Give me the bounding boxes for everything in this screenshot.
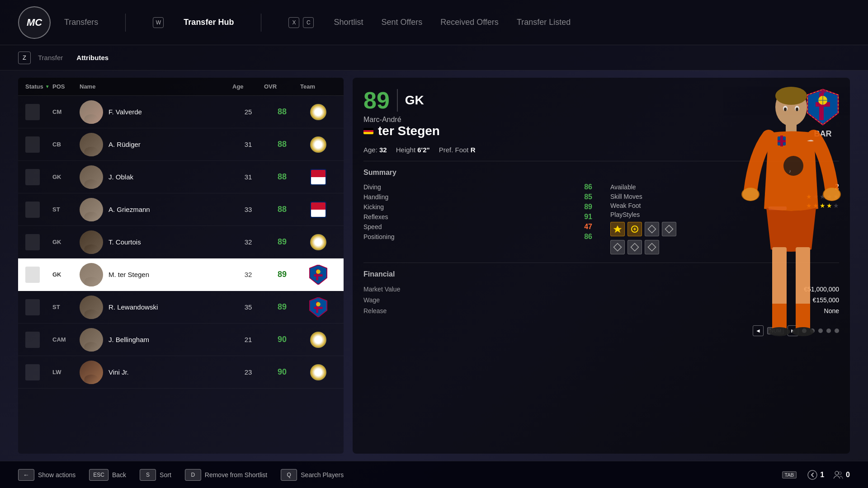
svg-point-20 (792, 327, 814, 336)
svg-rect-44 (614, 244, 622, 251)
status-icon-4 (25, 202, 40, 218)
action-remove-shortlist[interactable]: D Remove from Shortlist (185, 469, 267, 481)
name-cell-vini: Vini Jr. (80, 361, 232, 384)
nav-sent-offers[interactable]: Sent Offers (381, 18, 422, 27)
player-rating-section: 89 GK Marc-André ter Stegen (363, 89, 440, 138)
stat-diving-label: Diving (363, 183, 381, 191)
player-last-name: ter Stegen (378, 124, 440, 138)
team-lewandowski (309, 298, 327, 316)
stat-kicking-label: Kicking (363, 203, 384, 211)
key-left-arrow: ← (18, 469, 34, 481)
rating-number: 89 (363, 89, 390, 112)
col-name: Name (80, 83, 232, 90)
tab-key: TAB (782, 471, 797, 479)
svg-point-7 (316, 302, 321, 306)
col-status: Status ▼ (25, 83, 52, 90)
team-oblak (309, 168, 327, 186)
sub-nav-transfer[interactable]: Transfer (38, 54, 63, 61)
svg-rect-45 (631, 244, 639, 251)
player-3d-model: ♪ (723, 82, 850, 408)
status-icon-1 (25, 104, 40, 120)
action-show-actions[interactable]: ← Show actions (18, 469, 75, 481)
wage-label: Wage (363, 296, 418, 304)
col-pos: POS (52, 83, 80, 90)
team-vini (309, 363, 327, 381)
name-cell-courtois: T. Courtois (80, 230, 232, 254)
status-icon-7 (25, 299, 40, 315)
search-players-label: Search Players (301, 471, 344, 479)
player-first-name: Marc-André (363, 116, 440, 124)
nav-transfer-hub[interactable]: Transfer Hub (184, 18, 234, 27)
status-icon-9 (25, 364, 40, 380)
pos-valverde: CM (52, 108, 80, 115)
action-back[interactable]: ESC Back (89, 469, 126, 481)
svg-point-24 (796, 108, 798, 111)
nav-transfer-listed[interactable]: Transfer Listed (517, 18, 571, 27)
age-rudiger: 31 (232, 141, 264, 148)
name-cell-valverde: F. Valverde (80, 100, 232, 124)
stats-left: Diving 86 Handling 85 Kicking 89 Reflexe… (363, 182, 592, 255)
ovr-terstegen: 89 (264, 270, 300, 279)
stat-positioning-label: Positioning (363, 233, 395, 240)
nav-divider-2 (261, 14, 261, 32)
svg-rect-43 (665, 225, 673, 233)
player-row-vini[interactable]: LW Vini Jr. 23 90 (18, 356, 344, 389)
pos-oblak: GK (52, 174, 80, 180)
player-row-courtois[interactable]: GK T. Courtois 32 89 (18, 226, 344, 258)
stat-positioning: Positioning 86 (363, 232, 592, 242)
svg-point-11 (783, 156, 803, 176)
svg-rect-28 (778, 140, 786, 142)
atm-badge-1 (310, 169, 326, 185)
sub-nav-attributes[interactable]: Attributes (76, 54, 108, 61)
key-s: S (140, 469, 156, 481)
name-cell-bellingham: J. Bellingham (80, 328, 232, 352)
svg-rect-6 (314, 307, 322, 309)
player-row-oblak[interactable]: GK J. Oblak 31 88 (18, 161, 344, 193)
rating-divider (397, 89, 398, 112)
player-row-bellingham[interactable]: CAM J. Bellingham 21 90 (18, 324, 344, 356)
svg-rect-42 (648, 225, 656, 233)
team-valverde (309, 103, 327, 121)
name-rudiger: A. Rüdiger (108, 141, 141, 148)
atm-badge-2 (310, 202, 326, 218)
svg-rect-14 (769, 206, 787, 210)
playstyles-icons-row2 (610, 240, 659, 254)
pos-courtois: GK (52, 239, 80, 245)
ovr-rudiger: 88 (264, 140, 300, 149)
nav-received-offers[interactable]: Received Offers (440, 18, 499, 27)
avatar-valverde (80, 100, 103, 124)
pos-bellingham: CAM (52, 336, 80, 343)
player-row-terstegen[interactable]: GK M. ter Stegen 32 89 (18, 258, 344, 291)
key-d: D (185, 469, 201, 481)
ovr-lewandowski: 89 (264, 302, 300, 312)
key-q: Q (281, 469, 297, 481)
player-row-rudiger[interactable]: CB A. Rüdiger 31 88 (18, 128, 344, 161)
stat-diving: Diving 86 (363, 182, 592, 192)
pos-griezmann: ST (52, 206, 80, 213)
name-cell-griezmann: A. Griezmann (80, 198, 232, 221)
pos-vini: LW (52, 369, 80, 375)
svg-point-3 (316, 269, 321, 274)
key-x-badge: X (288, 17, 299, 28)
nav-key-xc: X C (288, 17, 316, 28)
ovr-vini: 90 (264, 367, 300, 377)
hud-item-2: 0 (833, 470, 850, 480)
stat-speed-label: Speed (363, 223, 382, 230)
svg-point-47 (808, 470, 817, 479)
player-row-valverde[interactable]: CM F. Valverde 25 88 (18, 96, 344, 128)
name-cell-lewandowski: R. Lewandowski (80, 296, 232, 319)
player-row-griezmann[interactable]: ST A. Griezmann 33 88 (18, 193, 344, 226)
nav-transfers[interactable]: Transfers (64, 18, 98, 27)
stat-positioning-value: 86 (579, 233, 592, 241)
team-rudiger (309, 136, 327, 154)
nav-shortlist[interactable]: Shortlist (334, 18, 363, 27)
stat-handling-label: Handling (363, 193, 388, 201)
key-w-badge: W (153, 17, 164, 28)
rm-badge-5 (310, 364, 326, 380)
market-value-label: Market Value (363, 286, 418, 293)
player-row-lewandowski[interactable]: ST R. Lewandowski 35 89 (18, 291, 344, 324)
action-search-players[interactable]: Q Search Players (281, 469, 344, 481)
action-sort[interactable]: S Sort (140, 469, 171, 481)
name-oblak: J. Oblak (108, 173, 133, 181)
pos-lewandowski: ST (52, 304, 80, 310)
